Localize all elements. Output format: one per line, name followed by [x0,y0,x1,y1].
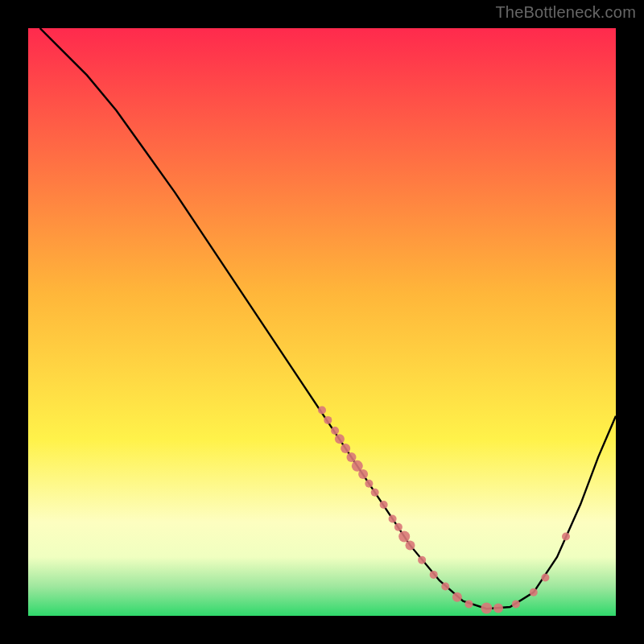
data-point [371,489,379,497]
data-point [347,452,357,462]
data-point [512,600,520,608]
data-point [324,416,332,424]
chart-svg [28,28,616,616]
data-point [335,434,345,444]
chart-background [28,28,616,616]
data-point [441,583,449,591]
data-point [318,407,326,415]
data-point [406,540,415,550]
data-point [394,523,402,531]
data-point [389,515,397,523]
data-point [530,588,538,597]
data-point [341,444,350,453]
data-point [418,556,426,564]
data-point [481,603,492,614]
data-point [380,501,388,509]
data-point [562,532,570,540]
attribution-text: TheBottleneck.com [495,3,636,22]
data-point [430,571,438,579]
data-point [398,530,410,542]
data-point [358,469,368,479]
data-point [452,592,462,602]
data-point [493,604,503,613]
data-point [541,574,549,582]
chart-container: TheBottleneck.com [0,0,644,644]
data-point [365,480,373,488]
data-point [331,427,339,435]
data-point [465,600,473,608]
